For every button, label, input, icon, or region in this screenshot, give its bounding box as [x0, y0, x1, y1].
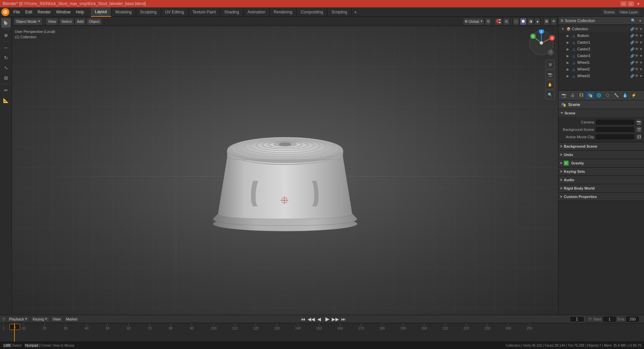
rigid-body-world-section-header[interactable]: Rigid Body World: [558, 184, 644, 192]
viewport-tool-1[interactable]: ⊞: [545, 60, 555, 69]
annotate-tool-button[interactable]: ✏: [1, 86, 11, 95]
gizmos-button[interactable]: ✛: [550, 18, 557, 25]
workspace-shading[interactable]: Shading: [220, 7, 244, 17]
close-button[interactable]: ✕: [635, 1, 641, 6]
view-menu-button[interactable]: View: [46, 18, 58, 25]
wireframe-shading-button[interactable]: ◻: [513, 18, 519, 25]
jump-to-start-button[interactable]: ⏮: [300, 316, 307, 322]
workspace-sculpting[interactable]: Sculpting: [136, 7, 161, 17]
jump-to-end-button[interactable]: ⏭: [340, 316, 347, 322]
solid-shading-button[interactable]: ⬟: [520, 18, 527, 25]
wheel2-filter-icon[interactable]: ▼: [639, 67, 643, 71]
current-frame-input-field[interactable]: [570, 316, 584, 322]
object-menu-button[interactable]: Object: [87, 18, 102, 25]
camera-value[interactable]: [595, 119, 635, 125]
viewport-tool-3[interactable]: ✋: [545, 80, 555, 89]
gravity-checkbox[interactable]: ✓: [564, 161, 569, 165]
marker-menu[interactable]: Marker: [64, 316, 79, 322]
outliner-filter-icon[interactable]: ▼: [638, 19, 642, 23]
background-scene-section-header[interactable]: Background Scene: [558, 142, 644, 150]
cursor-tool-button[interactable]: ⊕: [1, 31, 11, 40]
view-menu[interactable]: View: [51, 316, 63, 322]
bg-scene-select-icon[interactable]: 🎬: [636, 127, 642, 133]
castor3-eye-icon[interactable]: 👁: [635, 54, 639, 58]
workspace-layout[interactable]: Layout: [91, 7, 111, 17]
background-scene-value[interactable]: [595, 127, 635, 133]
scene-section-header[interactable]: Scene: [558, 109, 644, 117]
menu-window[interactable]: Window: [53, 9, 73, 15]
workspace-texture-paint[interactable]: Texture Paint: [189, 7, 220, 17]
units-section-header[interactable]: Units: [558, 151, 644, 159]
viewport-transform-global[interactable]: ⊕ Global ▼: [463, 18, 485, 25]
viewport-tool-2[interactable]: 📷: [545, 70, 555, 79]
outliner-item-collection[interactable]: ▼ 📦 Collection 🔗 👁 ▼: [558, 26, 644, 32]
play-reverse-button[interactable]: ◀: [316, 316, 323, 322]
navigation-gizmo[interactable]: X Y Z ?: [528, 30, 555, 56]
output-props-button[interactable]: 🖨: [569, 92, 577, 99]
keying-menu[interactable]: Keying ▼: [31, 316, 50, 322]
menu-render[interactable]: Render: [35, 9, 53, 15]
view-layer-props-button[interactable]: 🎞: [577, 92, 585, 99]
minimize-button[interactable]: ─: [621, 1, 627, 6]
collection-eye-icon[interactable]: 👁: [635, 27, 639, 31]
playback-menu[interactable]: Playback ▼: [7, 316, 30, 322]
add-workspace-button[interactable]: +: [352, 7, 360, 17]
origin-button[interactable]: ◎: [503, 18, 510, 25]
outliner-item-wheel2[interactable]: ▶ △ Wheel2 🔗 👁 ▼: [558, 66, 644, 72]
maximize-button[interactable]: □: [628, 1, 634, 6]
outliner-item-wheel3[interactable]: ▶ △ Wheel3 🔗 👁 ▼: [558, 72, 644, 79]
castor1-eye-icon[interactable]: 👁: [635, 40, 639, 44]
select-tool-button[interactable]: [1, 18, 11, 28]
workspace-modeling[interactable]: Modeling: [111, 7, 136, 17]
castor2-filter-icon[interactable]: ▼: [639, 47, 643, 51]
object-props-button[interactable]: ⬡: [603, 92, 611, 99]
castor3-filter-icon[interactable]: ▼: [639, 54, 643, 58]
workspace-uv-editing[interactable]: UV Editing: [161, 7, 189, 17]
add-menu-button[interactable]: Add: [75, 18, 86, 25]
menu-help[interactable]: Help: [73, 9, 87, 15]
outliner-item-castor1[interactable]: ▶ △ Castor1 🔗 👁 ▼: [558, 39, 644, 46]
wheel3-filter-icon[interactable]: ▼: [639, 74, 643, 78]
active-movie-clip-value[interactable]: [595, 134, 635, 140]
measure-tool-button[interactable]: 📐: [1, 96, 11, 105]
workspace-animation[interactable]: Animation: [244, 7, 270, 17]
proportional-editing-button[interactable]: ⊙: [485, 18, 491, 25]
menu-edit[interactable]: Edit: [22, 9, 35, 15]
bottom-filter-icon[interactable]: ▼: [639, 34, 643, 38]
physics-props-button[interactable]: ⚡: [630, 92, 638, 99]
start-frame-input[interactable]: [603, 316, 616, 322]
object-mode-dropdown[interactable]: Object Mode ▼: [13, 18, 43, 25]
select-menu-button[interactable]: Select: [59, 18, 74, 25]
particles-props-button[interactable]: 💧: [621, 92, 629, 99]
workspace-compositing[interactable]: Compositing: [297, 7, 327, 17]
move-tool-button[interactable]: ↔: [1, 43, 11, 52]
collection-filter-icon[interactable]: ▼: [639, 27, 643, 31]
lookdev-shading-button[interactable]: ◑: [527, 18, 534, 25]
render-props-button[interactable]: 📷: [560, 92, 568, 99]
scene-selector[interactable]: Scene: [602, 9, 616, 15]
movie-clip-select-icon[interactable]: 🎞: [636, 134, 642, 140]
menu-file[interactable]: File: [11, 9, 22, 15]
rendered-shading-button[interactable]: ●: [535, 18, 540, 25]
viewport-tool-4[interactable]: 🔍: [545, 90, 555, 99]
outliner-item-bottom[interactable]: ▶ △ Bottom 🔗 👁 ▼: [558, 32, 644, 39]
workspace-rendering[interactable]: Rendering: [270, 7, 297, 17]
play-button[interactable]: ▶: [324, 316, 331, 322]
snap-button[interactable]: 🧲: [494, 18, 502, 25]
workspace-scripting[interactable]: Scripting: [327, 7, 352, 17]
camera-select-icon[interactable]: 📷: [636, 119, 642, 125]
prev-frame-button[interactable]: ◀◀: [308, 316, 315, 322]
end-frame-input[interactable]: [626, 316, 639, 322]
scale-tool-button[interactable]: ⤡: [1, 63, 11, 72]
modifier-props-button[interactable]: 🔧: [612, 92, 620, 99]
wheel1-filter-icon[interactable]: ▼: [639, 61, 643, 64]
castor2-eye-icon[interactable]: 👁: [635, 47, 639, 51]
scene-props-button[interactable]: 🎭: [586, 92, 594, 99]
keying-sets-section-header[interactable]: Keying Sets: [558, 167, 644, 176]
outliner-item-wheel1[interactable]: ▶ △ Wheel1 🔗 👁 ▼: [558, 59, 644, 66]
castor1-filter-icon[interactable]: ▼: [639, 41, 643, 44]
overlays-button[interactable]: ⊞: [543, 18, 550, 25]
transform-tool-button[interactable]: ⊞: [1, 73, 11, 83]
rotate-tool-button[interactable]: ↻: [1, 53, 11, 62]
custom-properties-section-header[interactable]: Custom Properties: [558, 193, 644, 201]
